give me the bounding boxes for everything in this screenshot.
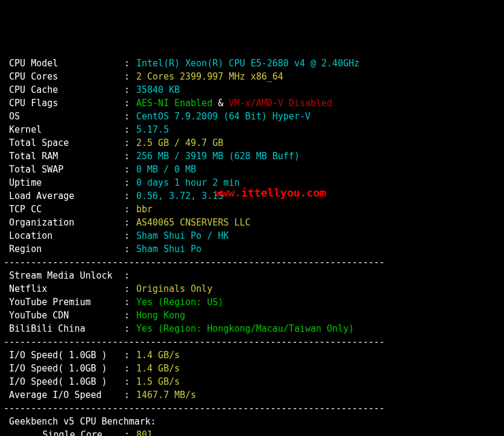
- separator: :: [124, 150, 136, 163]
- row-label: OS: [4, 110, 124, 123]
- separator: :: [124, 189, 136, 203]
- output-row: YouTube Premium: Yes (Region: US): [4, 295, 500, 309]
- row-value: 0 days 1 hour 2 min: [136, 177, 240, 188]
- separator: :: [124, 96, 136, 110]
- row-value: 2.5 GB / 49.7 GB: [136, 137, 224, 148]
- row-value: 0 MB / 0 MB: [136, 164, 196, 175]
- output-row: CPU Cores: 2 Cores 2399.997 MHz x86_64: [4, 70, 500, 83]
- row-value: 5.17.5: [136, 124, 169, 135]
- separator: :: [124, 163, 136, 176]
- row-value: Intel(R) Xeon(R) CPU E5-2680 v4 @ 2.40GH…: [136, 58, 359, 69]
- output-row: TCP CC: bbr: [4, 203, 500, 216]
- row-label: Total SWAP: [4, 163, 124, 176]
- plain-text: Geekbench v5 CPU Benchmark:: [4, 416, 156, 427]
- output-row: I/O Speed( 1.0GB ): 1.4 GB/s: [4, 349, 500, 362]
- row-label: Location: [4, 229, 124, 242]
- output-row: Total RAM: 256 MB / 3919 MB (628 MB Buff…: [4, 150, 500, 163]
- separator: :: [124, 295, 136, 309]
- row-value: 35840 KB: [136, 84, 180, 95]
- separator: :: [124, 70, 136, 83]
- row-label: CPU Cores: [4, 70, 124, 83]
- row-label: TCP CC: [4, 203, 124, 216]
- output-row: ----------------------------------------…: [4, 335, 500, 349]
- row-value: 1.4 GB/s: [136, 363, 180, 374]
- row-label: I/O Speed( 1.0GB ): [4, 375, 124, 388]
- separator: :: [124, 388, 136, 402]
- output-row: Load Average: 0.56, 3.72, 3.15: [4, 189, 500, 203]
- output-row: Location: Sham Shui Po / HK: [4, 229, 500, 242]
- divider: ----------------------------------------…: [4, 403, 385, 414]
- row-label: CPU Model: [4, 57, 124, 70]
- row-value: 0.56, 3.72, 3.15: [136, 191, 224, 201]
- separator: :: [124, 362, 136, 375]
- row-value: 2 Cores 2399.997 MHz x86_64: [136, 71, 283, 82]
- output-row: ----------------------------------------…: [4, 256, 500, 269]
- output-row: CPU Cache: 35840 KB: [4, 83, 500, 96]
- output-row: Average I/O Speed: 1467.7 MB/s: [4, 388, 500, 402]
- separator: :: [124, 309, 136, 322]
- divider: ----------------------------------------…: [4, 336, 385, 347]
- row-label: Kernel: [4, 123, 124, 136]
- separator: :: [124, 176, 136, 189]
- row-label: YouTube Premium: [4, 295, 124, 309]
- output-row: OS: CentOS 7.9.2009 (64 Bit) Hyper-V: [4, 110, 500, 123]
- bench-label: Single Core: [4, 428, 124, 436]
- separator: :: [124, 282, 136, 295]
- output-row: Stream Media Unlock:: [4, 269, 500, 282]
- row-value: Yes (Region: US): [136, 297, 224, 308]
- separator: :: [124, 349, 136, 362]
- row-value: Hong Kong: [136, 310, 185, 321]
- row-value: Originals Only: [136, 283, 212, 294]
- row-value: Sham Shui Po / HK: [136, 230, 229, 241]
- row-value-part: AES-NI Enabled: [136, 98, 212, 109]
- row-label: Netflix: [4, 282, 124, 295]
- output-row: I/O Speed( 1.0GB ): 1.5 GB/s: [4, 375, 500, 388]
- output-row: Total Space: 2.5 GB / 49.7 GB: [4, 136, 500, 150]
- output-row: Kernel: 5.17.5: [4, 123, 500, 136]
- output-row: Uptime: 0 days 1 hour 2 min: [4, 176, 500, 189]
- separator: :: [124, 110, 136, 123]
- output-row: CPU Model: Intel(R) Xeon(R) CPU E5-2680 …: [4, 57, 500, 70]
- row-label: Load Average: [4, 189, 124, 203]
- row-label: Stream Media Unlock: [4, 269, 124, 282]
- row-value-part: &: [212, 98, 228, 109]
- output-row: Region: Sham Shui Po: [4, 242, 500, 256]
- row-label: Region: [4, 242, 124, 256]
- row-label: I/O Speed( 1.0GB ): [4, 362, 124, 375]
- output-row: CPU Flags: AES-NI Enabled & VM-x/AMD-V D…: [4, 96, 500, 110]
- row-value: 256 MB / 3919 MB (628 MB Buff): [136, 151, 300, 162]
- row-value: bbr: [136, 204, 153, 215]
- row-label: CPU Cache: [4, 83, 124, 96]
- separator: :: [124, 123, 136, 136]
- row-label: I/O Speed( 1.0GB ): [4, 349, 124, 362]
- bench-value: 801: [136, 429, 153, 436]
- separator: :: [124, 216, 136, 229]
- row-label: Uptime: [4, 176, 124, 189]
- output-row: Total SWAP: 0 MB / 0 MB: [4, 163, 500, 176]
- separator: :: [124, 322, 136, 335]
- separator: :: [124, 229, 136, 242]
- output-row: YouTube CDN: Hong Kong: [4, 309, 500, 322]
- separator: :: [124, 269, 136, 282]
- row-value: AS40065 CNSERVERS LLC: [136, 217, 251, 228]
- output-row: Netflix: Originals Only: [4, 282, 500, 295]
- separator: :: [124, 428, 136, 436]
- separator: :: [124, 57, 136, 70]
- row-value: 1.5 GB/s: [136, 376, 180, 387]
- row-value-part: VM-x/AMD-V Disabled: [229, 98, 333, 109]
- row-label: Total Space: [4, 136, 124, 150]
- divider: ----------------------------------------…: [4, 257, 385, 268]
- row-label: Average I/O Speed: [4, 388, 124, 402]
- row-value: Sham Shui Po: [136, 244, 201, 254]
- row-label: BiliBili China: [4, 322, 124, 335]
- separator: :: [124, 375, 136, 388]
- output-row: I/O Speed( 1.0GB ): 1.4 GB/s: [4, 362, 500, 375]
- row-label: Organization: [4, 216, 124, 229]
- separator: :: [124, 242, 136, 256]
- separator: :: [124, 83, 136, 96]
- row-value: CentOS 7.9.2009 (64 Bit) Hyper-V: [136, 111, 310, 122]
- row-value: 1.4 GB/s: [136, 350, 180, 361]
- row-value: 1467.7 MB/s: [136, 390, 196, 400]
- row-value: Yes (Region: Hongkong/Macau/Taiwan Only): [136, 323, 354, 334]
- row-label: CPU Flags: [4, 96, 124, 110]
